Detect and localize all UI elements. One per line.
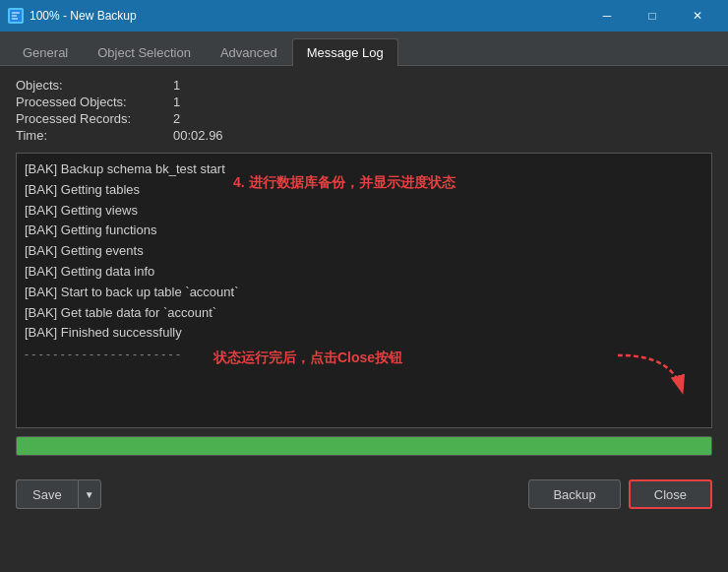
log-line-8: [BAK] Finished successfully: [25, 323, 703, 344]
log-line-3: [BAK] Getting functions: [25, 221, 703, 241]
tab-message-log[interactable]: Message Log: [292, 38, 398, 66]
backup-button[interactable]: Backup: [528, 479, 620, 509]
time-label: Time:: [16, 128, 173, 143]
log-line-5: [BAK] Getting data info: [25, 262, 703, 283]
processed-records-value: 2: [173, 111, 712, 126]
minimize-button[interactable]: ─: [584, 0, 630, 32]
close-button[interactable]: Close: [629, 479, 712, 509]
window-title: 100% - New Backup: [30, 9, 584, 23]
stats-grid: Objects: 1 Processed Objects: 1 Processe…: [16, 78, 712, 143]
window-controls: ─ □ ✕: [584, 0, 720, 32]
progress-container: [16, 436, 712, 456]
save-group: Save ▼: [16, 479, 101, 509]
title-bar: 100% - New Backup ─ □ ✕: [0, 0, 728, 32]
right-buttons: Backup Close: [528, 479, 712, 509]
objects-value: 1: [173, 78, 712, 93]
progress-bar: [17, 437, 711, 455]
maximize-button[interactable]: □: [630, 0, 675, 32]
save-button[interactable]: Save: [16, 479, 78, 509]
log-line-7: [BAK] Get table data for `account`: [25, 303, 703, 324]
annotation-1: 4. 进行数据库备份，并显示进度状态: [233, 171, 455, 193]
save-dropdown-button[interactable]: ▼: [78, 479, 101, 509]
tab-general[interactable]: General: [8, 38, 83, 66]
tab-object-selection[interactable]: Object Selection: [83, 38, 206, 66]
app-icon: [8, 8, 24, 24]
tab-advanced[interactable]: Advanced: [206, 38, 292, 66]
processed-records-label: Processed Records:: [16, 111, 173, 126]
processed-objects-label: Processed Objects:: [16, 95, 173, 109]
log-line-2: [BAK] Getting views: [25, 201, 703, 222]
annotation-2: 状态运行完后，点击Close按钮: [213, 347, 402, 368]
content-area: Objects: 1 Processed Objects: 1 Processe…: [0, 66, 728, 472]
log-line-4: [BAK] Getting events: [25, 241, 703, 262]
bottom-bar: Save ▼ Backup Close: [0, 472, 728, 517]
log-line-6: [BAK] Start to back up table `account`: [25, 283, 703, 303]
log-area[interactable]: [BAK] Backup schema bk_test start [BAK] …: [16, 153, 712, 428]
arrow-icon: [613, 350, 692, 400]
tab-bar: General Object Selection Advanced Messag…: [0, 32, 728, 66]
objects-label: Objects:: [16, 78, 173, 93]
window-close-button[interactable]: ✕: [675, 0, 720, 32]
processed-objects-value: 1: [173, 95, 712, 109]
time-value: 00:02.96: [173, 128, 712, 143]
